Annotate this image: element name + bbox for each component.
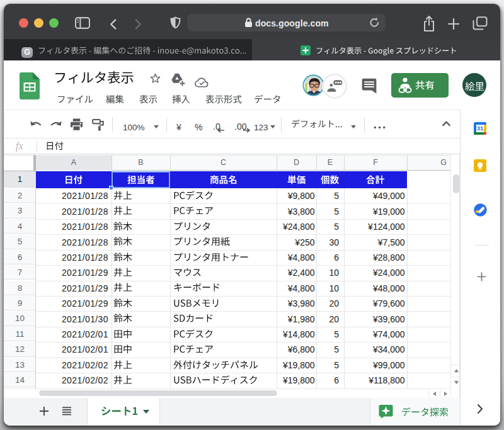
- svg-text:31: 31: [477, 125, 484, 132]
